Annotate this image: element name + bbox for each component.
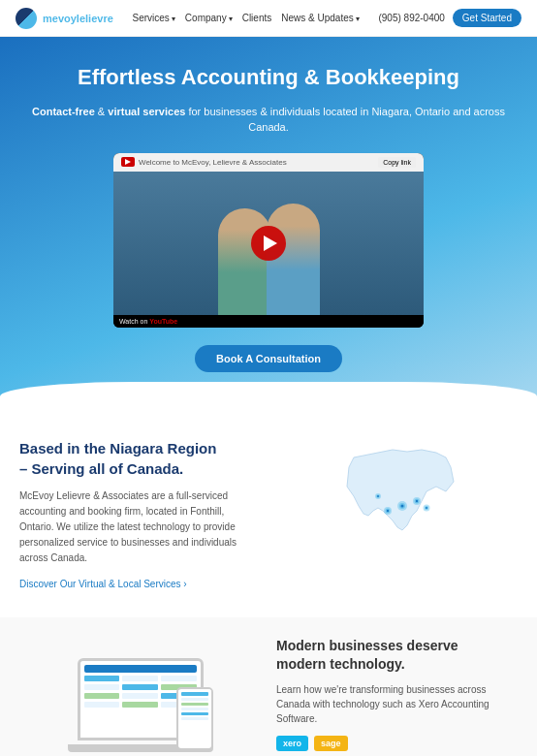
chevron-icon xyxy=(356,13,360,23)
niagara-text: Based in the Niagara Region – Serving al… xyxy=(19,438,261,590)
logo[interactable]: mevoylelievre xyxy=(16,8,113,29)
sage-logo: sage xyxy=(314,736,348,751)
navbar: mevoylelievre Services Company Clients N… xyxy=(0,0,537,37)
nav-news[interactable]: News & Updates xyxy=(281,13,359,23)
niagara-link[interactable]: Discover Our Virtual & Local Services › xyxy=(19,579,187,589)
nav-phone: (905) 892-0400 xyxy=(378,13,444,23)
video-title-text: Welcome to McEvoy, Lelievre & Associates xyxy=(139,158,287,167)
video-header: Welcome to McEvoy, Lelievre & Associates… xyxy=(113,153,424,172)
niagara-body: McEvoy Lelievre & Associates are a full-… xyxy=(19,488,261,566)
chevron-icon xyxy=(172,13,175,23)
hero-section: Effortless Accounting & Bookkeeping Cont… xyxy=(0,37,537,411)
video-container[interactable]: Welcome to McEvoy, Lelievre & Associates… xyxy=(113,153,424,328)
niagara-heading: Based in the Niagara Region – Serving al… xyxy=(19,438,261,479)
nav-links: Services Company Clients News & Updates xyxy=(133,13,360,23)
get-started-button[interactable]: Get Started xyxy=(453,9,521,27)
copy-link-button[interactable]: Copy link xyxy=(378,157,416,168)
tech-logos: xero sage xyxy=(276,736,518,751)
hero-wave xyxy=(0,382,537,411)
canada-map-svg xyxy=(330,438,465,554)
svg-point-2 xyxy=(400,504,403,507)
svg-point-11 xyxy=(377,495,379,497)
logo-icon xyxy=(16,8,37,29)
youtube-icon xyxy=(121,157,135,167)
nav-company[interactable]: Company xyxy=(185,13,233,23)
video-title-bar: Welcome to McEvoy, Lelievre & Associates xyxy=(121,157,287,167)
hero-subtext: Contact-free & virtual services for busi… xyxy=(19,104,518,136)
phone-mockup xyxy=(176,687,213,750)
tech-section: Modern businesses deserve modern technol… xyxy=(0,617,537,756)
play-button[interactable] xyxy=(251,226,286,261)
nav-clients[interactable]: Clients xyxy=(242,13,272,23)
video-body[interactable] xyxy=(113,172,424,315)
logo-text: mevoylelievre xyxy=(43,13,113,24)
book-consultation-button[interactable]: Book A Consultation xyxy=(195,345,342,372)
svg-point-14 xyxy=(426,507,427,509)
tech-heading: Modern businesses deserve modern technol… xyxy=(276,637,518,675)
video-footer: Watch on YouTube xyxy=(113,315,424,328)
person-left xyxy=(218,208,271,315)
chevron-icon xyxy=(229,13,233,23)
device-mockup xyxy=(19,658,261,752)
niagara-section: Based in the Niagara Region – Serving al… xyxy=(0,411,537,617)
tech-body: Learn how we're transforming businesses … xyxy=(276,682,518,726)
svg-point-8 xyxy=(415,499,417,501)
youtube-footer-logo: Watch on YouTube xyxy=(119,318,177,325)
xero-logo: xero xyxy=(276,736,308,751)
svg-point-5 xyxy=(386,509,388,511)
canada-map xyxy=(276,438,518,554)
hero-headline: Effortless Accounting & Bookkeeping xyxy=(19,64,518,92)
nav-services[interactable]: Services xyxy=(133,13,175,23)
tech-text: Modern businesses deserve modern technol… xyxy=(276,637,518,756)
